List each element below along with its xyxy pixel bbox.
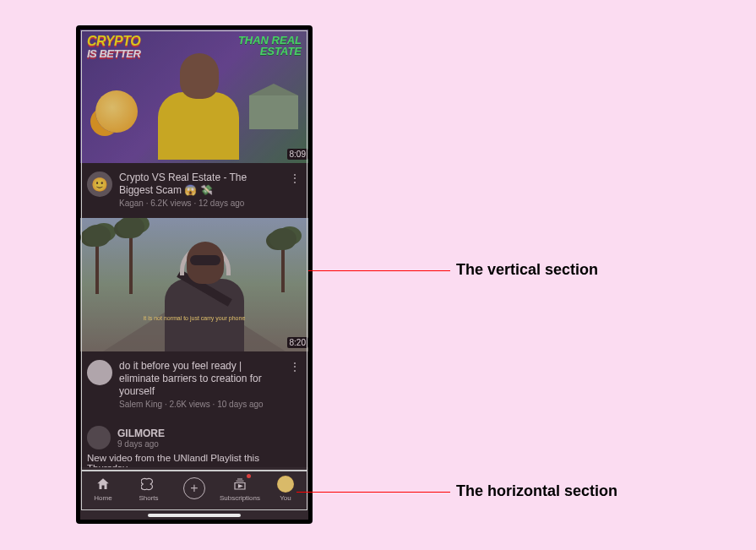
callout-line-vertical [308,270,450,271]
bottom-nav: Home Shorts + Subscriptions You [80,467,308,509]
video-menu-button[interactable]: ⋮ [288,172,302,208]
channel-avatar[interactable] [87,360,112,385]
callout-line-horizontal [296,492,450,493]
channel-avatar[interactable]: 🙂 [87,172,112,197]
video-menu-button[interactable]: ⋮ [288,360,302,409]
video-title: do it before you feel ready | eliminate … [119,360,281,398]
nav-label: Shorts [139,494,158,502]
duration-badge: 8:20 [287,337,308,348]
tree-graphic [129,235,133,294]
person-graphic [156,53,241,163]
duration-badge: 8:09 [287,149,308,160]
video-subline: Kagan · 6.2K views · 12 days ago [119,199,281,208]
callout-label-horizontal: The horizontal section [456,482,617,500]
video-meta-row: do it before you feel ready | eliminate … [80,351,308,419]
thumbnail-text-right: THAN REAL ESTATE [238,35,302,57]
video-title: Crypto VS Real Estate - The Biggest Scam… [119,172,281,197]
video-subline: Salem King · 2.6K views · 10 days ago [119,400,281,409]
subscriptions-icon [231,476,248,493]
phone-screen: CRYPTO IS BETTER THAN REAL ESTATE 8:09 🙂… [80,30,308,520]
person-graphic [158,242,251,351]
nav-you[interactable]: You [263,467,308,509]
post-author: GILMORE [117,427,165,439]
nav-create[interactable]: + [171,467,217,509]
nav-shorts[interactable]: Shorts [126,467,171,509]
shorts-icon [140,476,157,493]
coins-graphic [95,90,138,133]
video-meta-row: 🙂 Crypto VS Real Estate - The Biggest Sc… [80,163,308,218]
video-meta-text[interactable]: Crypto VS Real Estate - The Biggest Scam… [119,172,281,208]
post-author-block: GILMORE 9 days ago [117,427,165,449]
post-time: 9 days ago [117,439,165,449]
post-text: New video from the UNlandl Playlist this… [80,453,308,467]
vertical-scroll-section[interactable]: CRYPTO IS BETTER THAN REAL ESTATE 8:09 🙂… [80,30,308,467]
thumbnail-text: ESTATE [238,46,302,57]
community-post-header[interactable]: GILMORE 9 days ago [80,419,308,453]
tree-graphic [281,247,285,292]
tree-graphic [95,243,99,294]
nav-label: You [280,494,291,502]
video-thumbnail[interactable]: it is not normal to just carry your phon… [80,218,308,351]
post-avatar[interactable] [87,426,111,449]
callout-label-vertical: The vertical section [456,261,598,279]
thumbnail-text: IS BETTER [87,48,140,59]
nav-home[interactable]: Home [80,467,126,509]
nav-subscriptions[interactable]: Subscriptions [217,467,263,509]
profile-avatar-icon [277,476,294,493]
home-indicator [148,514,241,517]
plus-icon: + [183,477,205,499]
notification-dot-icon [247,474,251,478]
thumbnail-text: CRYPTO [87,35,140,48]
video-meta-text[interactable]: do it before you feel ready | eliminate … [119,360,281,409]
phone-frame: CRYPTO IS BETTER THAN REAL ESTATE 8:09 🙂… [76,25,313,524]
house-graphic [249,95,298,129]
home-icon [95,476,111,493]
nav-label: Home [94,494,111,502]
nav-label: Subscriptions [220,494,260,502]
thumbnail-text-left: CRYPTO IS BETTER [87,35,140,59]
video-thumbnail[interactable]: CRYPTO IS BETTER THAN REAL ESTATE 8:09 [80,30,308,163]
video-caption: it is not normal to just carry your phon… [144,315,246,321]
